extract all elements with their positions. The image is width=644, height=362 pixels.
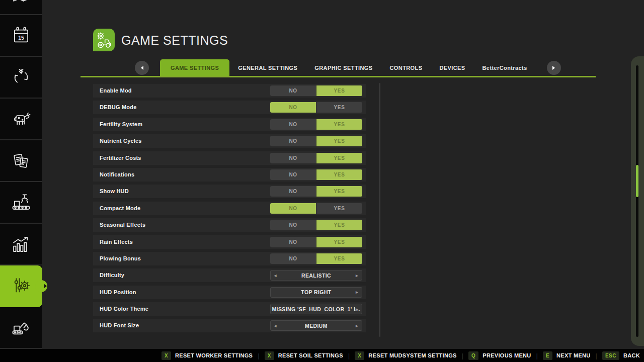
setting-row-difficulty: Difficulty◂REALISTIC▸ xyxy=(93,268,366,282)
svg-text:15: 15 xyxy=(18,34,24,40)
toggle-control: NOYES xyxy=(270,85,362,96)
sidebar: 15 xyxy=(0,0,42,349)
page-scrollbar-track[interactable] xyxy=(636,65,638,337)
settings-scrollbar[interactable] xyxy=(379,83,380,337)
tabs-previous-button[interactable] xyxy=(135,61,149,75)
toggle-control: NOYES xyxy=(270,136,362,146)
toggle-yes-button[interactable]: YES xyxy=(316,203,362,214)
toggle-yes-button[interactable]: YES xyxy=(316,237,362,247)
key-badge-x: X xyxy=(355,351,364,360)
shortcut-reset-soil-settings[interactable]: XRESET SOIL SETTINGS xyxy=(265,351,343,360)
selector-control: ◂MEDIUM▸ xyxy=(270,320,362,331)
settings-list: Enable ModNOYESDEBUG ModeNOYESFertility … xyxy=(93,84,366,336)
toggle-yes-button[interactable]: YES xyxy=(316,186,362,197)
toggle-no-button[interactable]: NO xyxy=(270,253,316,264)
toggle-no-button[interactable]: NO xyxy=(270,186,316,197)
toggle-yes-button[interactable]: YES xyxy=(316,119,362,130)
shortcut-next-menu[interactable]: ENEXT MENU xyxy=(543,351,591,360)
setting-row-seasonal-effects: Seasonal EffectsNOYES xyxy=(93,218,366,232)
shortcut-previous-menu[interactable]: QPREVIOUS MENU xyxy=(468,351,531,360)
production-icon xyxy=(11,192,32,213)
toggle-no-button[interactable]: NO xyxy=(270,220,316,230)
toggle-no-button[interactable]: NO xyxy=(270,203,316,214)
selector-right-arrow-icon[interactable]: ▸ xyxy=(356,307,358,312)
sidebar-item-statistics[interactable] xyxy=(0,224,42,265)
tabs-next-button[interactable] xyxy=(547,61,561,75)
sidebar-item-contracts[interactable] xyxy=(0,140,42,182)
sidebar-item-settings[interactable] xyxy=(0,265,42,307)
page-scrollbar-thumb[interactable] xyxy=(636,165,638,197)
toggle-no-button[interactable]: NO xyxy=(270,237,316,247)
selector-hud-font-size[interactable]: ◂MEDIUM▸ xyxy=(270,320,362,331)
setting-row-compact-mode: Compact ModeNOYES xyxy=(93,202,366,215)
toggle-control: NOYES xyxy=(270,119,362,130)
setting-label: Rain Effects xyxy=(100,235,133,249)
tab-devices[interactable]: DEVICES xyxy=(431,59,473,76)
setting-row-hud-color-theme: HUD Color ThemeMISSING 'SF_HUD_COLOR_1' … xyxy=(93,302,366,316)
shortcut-label: RESET WORKER SETTINGS xyxy=(175,352,253,358)
toggle-control: NOYES xyxy=(270,203,362,214)
key-badge-x: X xyxy=(162,351,171,360)
setting-row-enable-mod: Enable ModNOYES xyxy=(93,84,366,98)
tab-game-settings[interactable]: GAME SETTINGS xyxy=(160,59,229,76)
toggle-no-button[interactable]: NO xyxy=(270,136,316,146)
selector-hud-position[interactable]: TOP RIGHT▸ xyxy=(270,287,362,298)
key-badge-x: X xyxy=(265,351,274,360)
toggle-no-button[interactable]: NO xyxy=(270,169,316,180)
setting-row-debug-mode: DEBUG ModeNOYES xyxy=(93,101,366,114)
toggle-no-button[interactable]: NO xyxy=(270,153,316,163)
sidebar-item-calendar[interactable]: 15 xyxy=(0,15,42,57)
toggle-control: NOYES xyxy=(270,253,362,264)
shortcut-label: PREVIOUS MENU xyxy=(482,352,531,358)
toggle-no-button[interactable]: NO xyxy=(270,119,316,130)
tab-bettercontracts[interactable]: BetterContracts xyxy=(474,59,536,76)
setting-label: Show HUD xyxy=(100,185,129,198)
game-settings-screen: 15 GAME SETTINGS GAME SETTINGSGENERAL SE… xyxy=(0,0,644,362)
selector-right-arrow-icon[interactable]: ▸ xyxy=(356,273,358,278)
shortcut-label: RESET MUDSYSTEM SETTINGS xyxy=(368,352,456,358)
footer-shortcut-bar: XRESET WORKER SETTINGS|XRESET SOIL SETTI… xyxy=(0,349,644,362)
setting-label: Notifications xyxy=(100,168,134,182)
toggle-yes-button[interactable]: YES xyxy=(316,136,362,146)
shortcut-back[interactable]: ESCBACK xyxy=(602,351,640,360)
shortcut-reset-mudsystem-settings[interactable]: XRESET MUDSYSTEM SETTINGS xyxy=(355,351,456,360)
selector-value: MEDIUM xyxy=(305,323,328,329)
selector-value: TOP RIGHT xyxy=(301,289,331,295)
selector-control: TOP RIGHT▸ xyxy=(270,287,362,298)
cow-icon xyxy=(11,109,32,130)
selector-left-arrow-icon[interactable]: ◂ xyxy=(274,323,277,328)
selector-hud-color-theme[interactable]: MISSING 'SF_HUD_COLOR_1' L..▸ xyxy=(270,304,362,314)
page-scrollbar xyxy=(631,56,644,346)
toggle-yes-button[interactable]: YES xyxy=(316,169,362,180)
selector-value: MISSING 'SF_HUD_COLOR_1' L.. xyxy=(272,306,360,312)
footer-separator: | xyxy=(462,352,463,359)
statistics-icon xyxy=(11,234,32,255)
toggle-yes-button[interactable]: YES xyxy=(316,220,362,230)
toggle-yes-button[interactable]: YES xyxy=(316,102,362,113)
toggle-no-button[interactable]: NO xyxy=(270,102,316,113)
toggle-yes-button[interactable]: YES xyxy=(316,153,362,163)
sidebar-item-production[interactable] xyxy=(0,182,42,224)
toggle-control: NOYES xyxy=(270,186,362,197)
sidebar-item-crop-rotation[interactable] xyxy=(0,57,42,99)
setting-row-notifications: NotificationsNOYES xyxy=(93,168,366,182)
shortcut-reset-worker-settings[interactable]: XRESET WORKER SETTINGS xyxy=(162,351,253,360)
selector-right-arrow-icon[interactable]: ▸ xyxy=(356,290,358,295)
footer-separator: | xyxy=(258,352,259,359)
toggle-no-button[interactable]: NO xyxy=(270,85,316,96)
tab-graphic-settings[interactable]: GRAPHIC SETTINGS xyxy=(306,59,381,76)
tab-underline xyxy=(80,76,596,77)
sidebar-item-map[interactable] xyxy=(0,0,42,15)
tab-controls[interactable]: CONTROLS xyxy=(381,59,431,76)
selector-right-arrow-icon[interactable]: ▸ xyxy=(356,323,358,328)
tab-general-settings[interactable]: GENERAL SETTINGS xyxy=(229,59,306,76)
toggle-yes-button[interactable]: YES xyxy=(316,253,362,264)
selector-left-arrow-icon[interactable]: ◂ xyxy=(274,273,277,278)
footer-separator: | xyxy=(348,352,350,359)
shortcut-label: NEXT MENU xyxy=(556,352,590,358)
toggle-yes-button[interactable]: YES xyxy=(316,85,362,96)
toggle-control: NOYES xyxy=(270,102,362,113)
sidebar-item-animals[interactable] xyxy=(0,99,42,140)
sidebar-item-construction[interactable] xyxy=(0,307,42,349)
selector-difficulty[interactable]: ◂REALISTIC▸ xyxy=(270,270,362,281)
